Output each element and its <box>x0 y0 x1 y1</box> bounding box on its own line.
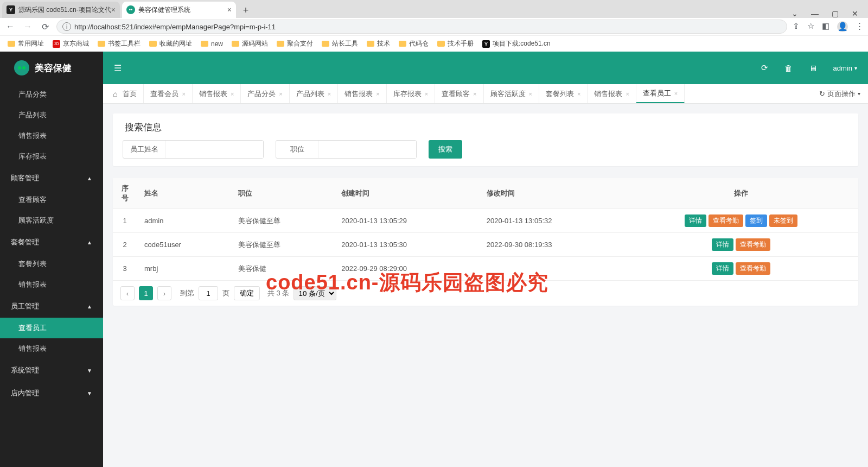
search-button[interactable]: 搜索 <box>429 140 462 159</box>
bookmark-item[interactable]: 书签工具栏 <box>98 39 141 48</box>
page-tab[interactable]: 销售报表× <box>193 84 241 103</box>
page-tab[interactable]: 首页 <box>106 84 144 103</box>
extension-icon[interactable]: ◧ <box>822 21 829 32</box>
user-menu[interactable]: admin ▾ <box>833 64 857 72</box>
page-tab[interactable]: 产品分类× <box>241 84 289 103</box>
sidebar-item[interactable]: 销售报表 <box>0 125 103 146</box>
page-operations-menu[interactable]: 页面操作 ▾ <box>812 84 868 103</box>
bookmark-item[interactable]: 源码网站 <box>232 39 268 48</box>
page-tab[interactable]: 查看员工× <box>636 84 685 103</box>
bookmark-item[interactable]: Y项目下载:code51.cn <box>482 39 551 48</box>
tab-close-icon[interactable]: × <box>231 91 234 97</box>
sidebar-item[interactable]: 查看顾客 <box>0 190 103 210</box>
tab-close-icon[interactable]: × <box>529 91 532 97</box>
bookmark-item[interactable]: 技术 <box>367 39 390 48</box>
refresh-icon[interactable]: ⟳ <box>761 63 768 73</box>
page-tab[interactable]: 销售报表× <box>338 84 386 103</box>
tab-close-icon[interactable]: × <box>279 91 282 97</box>
position-field: 职位 <box>276 140 417 159</box>
share-icon[interactable]: ⇪ <box>793 21 800 32</box>
pager-perpage-select[interactable]: 10 条/页 <box>293 286 336 300</box>
sidebar-group-head[interactable]: 套餐管理▲ <box>0 231 103 254</box>
pager-next[interactable]: › <box>157 286 171 300</box>
sidebar-item[interactable]: 销售报表 <box>0 274 103 295</box>
position-input[interactable] <box>318 141 416 158</box>
tab-close-icon[interactable]: × <box>473 91 476 97</box>
action-详情[interactable]: 详情 <box>685 214 706 227</box>
sidebar-item[interactable]: 产品列表 <box>0 105 103 125</box>
bookmark-item[interactable]: 代码仓 <box>399 39 429 48</box>
page-tab[interactable]: 销售报表× <box>588 84 636 103</box>
sidebar-item[interactable]: 库存报表 <box>0 146 103 167</box>
tab-close-icon[interactable]: × <box>328 91 331 97</box>
pager-page-1[interactable]: 1 <box>139 286 153 300</box>
tab-close-icon[interactable]: × <box>111 5 116 14</box>
dashboard-icon[interactable]: 🖥 <box>809 64 817 73</box>
page-tab-label: 销售报表 <box>199 89 227 99</box>
window-maximize-icon[interactable]: ▢ <box>832 9 839 18</box>
window-close-icon[interactable]: ✕ <box>852 9 858 18</box>
page-tab[interactable]: 库存报表× <box>387 84 435 103</box>
action-未签到[interactable]: 未签到 <box>769 214 797 227</box>
browser-tab-strip: Y源码乐园 code51.cn-项目论文代×••美容保健管理系统× + ⌄ — … <box>0 0 868 18</box>
brand-logo[interactable]: 美容保健 <box>0 52 103 84</box>
sidebar-item[interactable]: 产品分类 <box>0 84 103 105</box>
site-info-icon[interactable]: i <box>62 22 71 31</box>
window-minimize-icon[interactable]: — <box>811 9 819 18</box>
action-查看考勤[interactable]: 查看考勤 <box>709 214 743 227</box>
browser-tab[interactable]: ••美容保健管理系统× <box>122 2 236 18</box>
bookmark-item[interactable]: 常用网址 <box>8 39 44 48</box>
action-详情[interactable]: 详情 <box>712 238 733 251</box>
address-bar[interactable]: i http://localhost:521/index#emp/empMana… <box>56 20 787 34</box>
sidebar-group-head[interactable]: 系统管理▼ <box>0 359 103 382</box>
star-icon[interactable]: ☆ <box>807 21 814 32</box>
app-root: 美容保健 产品分类产品列表销售报表库存报表顾客管理▲查看顾客顾客活跃度套餐管理▲… <box>0 52 868 467</box>
bookmark-item[interactable]: 技术手册 <box>437 39 474 48</box>
pager-prev[interactable]: ‹ <box>120 286 135 300</box>
tab-close-icon[interactable]: × <box>626 91 629 97</box>
pager-goto-input[interactable] <box>199 286 218 300</box>
bookmark-item[interactable]: new <box>201 40 223 48</box>
browser-tab[interactable]: Y源码乐园 code51.cn-项目论文代× <box>2 2 120 18</box>
tab-close-icon[interactable]: × <box>376 91 379 97</box>
bookmark-item[interactable]: 聚合支付 <box>277 39 313 48</box>
tab-close-icon[interactable]: × <box>674 90 678 97</box>
sidebar-item[interactable]: 销售报表 <box>0 338 103 359</box>
action-查看考勤[interactable]: 查看考勤 <box>736 262 770 275</box>
nav-forward-icon[interactable]: → <box>22 22 34 31</box>
page-tab[interactable]: 查看顾客× <box>435 84 483 103</box>
tab-close-icon[interactable]: × <box>577 91 580 97</box>
page-tab[interactable]: 顾客活跃度× <box>484 84 539 103</box>
sidebar-item[interactable]: 查看员工 <box>0 318 103 338</box>
bookmark-item[interactable]: 收藏的网址 <box>149 39 192 48</box>
sidebar-group-head[interactable]: 顾客管理▲ <box>0 167 103 190</box>
bookmark-item[interactable]: JD京东商城 <box>53 39 89 48</box>
tab-close-icon[interactable]: × <box>182 91 185 97</box>
emp-name-field: 员工姓名 <box>123 140 264 159</box>
page-tab[interactable]: 产品列表× <box>290 84 338 103</box>
window-chevron-icon[interactable]: ⌄ <box>792 9 798 18</box>
nav-back-icon[interactable]: ← <box>4 22 16 31</box>
action-详情[interactable]: 详情 <box>712 262 733 275</box>
profile-icon[interactable]: 👤 <box>837 21 848 32</box>
window-controls: ⌄ — ▢ ✕ <box>792 9 868 18</box>
menu-icon[interactable]: ⋮ <box>856 21 864 32</box>
sidebar-item[interactable]: 套餐列表 <box>0 254 103 274</box>
tab-close-icon[interactable]: × <box>425 91 428 97</box>
page-tab[interactable]: 套餐列表× <box>539 84 588 103</box>
new-tab-button[interactable]: + <box>238 3 253 18</box>
action-查看考勤[interactable]: 查看考勤 <box>736 238 770 251</box>
page-tab[interactable]: 查看会员× <box>144 84 192 103</box>
bookmark-item[interactable]: 站长工具 <box>322 39 358 48</box>
emp-name-input[interactable] <box>165 141 263 158</box>
sidebar-group-head[interactable]: 店内管理▼ <box>0 382 103 405</box>
folder-icon <box>399 41 406 47</box>
sidebar-toggle-icon[interactable]: ☰ <box>114 63 122 73</box>
sidebar-group-head[interactable]: 员工管理▲ <box>0 295 103 318</box>
pager-ok-button[interactable]: 确定 <box>234 286 260 300</box>
tab-close-icon[interactable]: × <box>227 5 232 14</box>
nav-reload-icon[interactable]: ⟳ <box>39 22 51 32</box>
action-签到[interactable]: 签到 <box>745 214 767 227</box>
sidebar-item[interactable]: 顾客活跃度 <box>0 210 103 231</box>
delete-icon[interactable]: 🗑 <box>784 64 793 73</box>
